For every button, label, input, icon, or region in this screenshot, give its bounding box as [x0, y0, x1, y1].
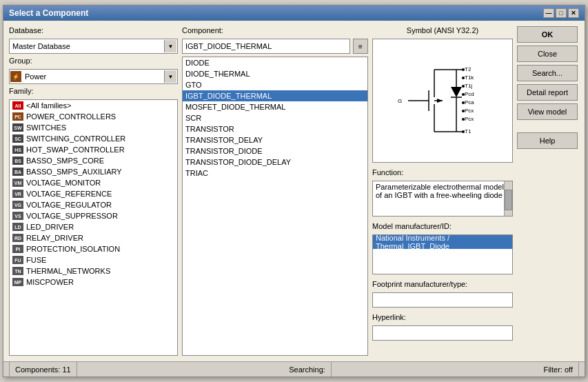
svg-text:T2: T2 — [465, 66, 472, 72]
close-button[interactable]: ✕ — [568, 8, 579, 18]
family-icon: TN — [12, 267, 23, 275]
family-item[interactable]: PIPROTECTION_ISOLATION — [10, 243, 177, 254]
family-item[interactable]: FUFUSE — [10, 254, 177, 265]
title-bar: Select a Component — □ ✕ — [3, 6, 585, 21]
component-item[interactable]: MOSFET_DIODE_THERMAL — [183, 101, 367, 112]
hyperlink-input[interactable] — [372, 325, 513, 341]
component-item-label: SCR — [185, 114, 201, 122]
family-item[interactable]: RDRELAY_DRIVER — [10, 232, 177, 243]
component-item[interactable]: DIODE — [183, 57, 367, 68]
family-item[interactable]: VSVOLTAGE_SUPPRESSOR — [10, 210, 177, 221]
component-list[interactable]: DIODEDIODE_THERMALGTOIGBT_DIODE_THERMALM… — [182, 57, 368, 356]
family-item-label: VOLTAGE_SUPPRESSOR — [26, 212, 118, 220]
buttons-spacer — [517, 123, 579, 130]
right-panel: Symbol (ANSI Y32.2) — [372, 26, 513, 356]
family-icon: SW — [12, 123, 23, 132]
family-item[interactable]: HSHOT_SWAP_CONTROLLER — [10, 144, 177, 155]
component-item-label: IGBT_DIODE_THERMAL — [185, 92, 272, 100]
family-icon: MP — [12, 278, 23, 286]
family-item[interactable]: VMVOLTAGE_MONITOR — [10, 177, 177, 188]
filter-button[interactable]: ≡ — [353, 39, 368, 54]
footprint-input[interactable] — [372, 292, 513, 308]
symbol-svg: T2 T1k T1j Pcd Pca Pcx Pcx T1 G — [394, 49, 491, 152]
family-label: Family: — [9, 87, 178, 95]
family-icon: VS — [12, 212, 23, 220]
family-icon: HS — [12, 145, 23, 154]
detail-report-button[interactable]: Detail report — [517, 84, 578, 101]
family-item-label: HOT_SWAP_CONTROLLER — [26, 145, 125, 154]
component-label: Component: — [182, 26, 368, 34]
family-item-label: VOLTAGE_REFERENCE — [26, 190, 112, 198]
family-icon: PC — [12, 112, 23, 121]
minimize-button[interactable]: — — [543, 8, 554, 18]
component-item[interactable]: TRANSISTOR_DIODE_DELAY — [183, 157, 367, 168]
component-item[interactable]: TRANSISTOR — [183, 123, 367, 134]
model-id-selected[interactable]: National Instruments / Thermal_IGBT_Diod… — [373, 235, 512, 249]
ok-button[interactable]: OK — [517, 26, 578, 43]
family-icon: FU — [12, 256, 23, 264]
family-item[interactable]: PCPOWER_CONTROLLERS — [10, 111, 177, 122]
svg-text:G: G — [398, 98, 402, 104]
family-icon: LD — [12, 223, 23, 231]
component-item[interactable]: TRANSISTOR_DELAY — [183, 134, 367, 145]
component-item[interactable]: SCR — [183, 112, 367, 123]
database-dropdown[interactable]: Master Database — [9, 39, 178, 54]
component-item-label: GTO — [185, 81, 202, 89]
family-item-label: THERMAL_NETWORKS — [26, 267, 110, 275]
model-id-box: National Instruments / Thermal_IGBT_Diod… — [372, 234, 513, 274]
family-item[interactable]: VRVOLTAGE_REFERENCE — [10, 188, 177, 199]
view-model-button[interactable]: View model — [517, 103, 578, 120]
svg-point-28 — [462, 110, 465, 112]
svg-point-24 — [462, 77, 465, 79]
family-item-label: BASSO_SMPS_CORE — [26, 157, 104, 165]
svg-text:T1: T1 — [465, 128, 472, 134]
family-item-label: MISCPOWER — [26, 278, 74, 286]
svg-text:Pca: Pca — [465, 99, 474, 105]
group-dropdown[interactable]: Power — [9, 69, 178, 84]
family-item[interactable]: SCSWITCHING_CONTROLLER — [10, 133, 177, 144]
family-list[interactable]: All<All families>PCPOWER_CONTROLLERSSWSW… — [9, 99, 178, 356]
family-item[interactable]: SWSWITCHES — [10, 122, 177, 133]
component-item[interactable]: DIODE_THERMAL — [183, 68, 367, 79]
title-bar-buttons: — □ ✕ — [543, 8, 579, 18]
family-icon: PI — [12, 245, 23, 253]
maximize-button[interactable]: □ — [556, 8, 567, 18]
symbol-title: Symbol (ANSI Y32.2) — [372, 26, 513, 34]
function-scrollbar-thumb[interactable] — [505, 190, 512, 210]
search-button[interactable]: Search... — [517, 65, 578, 81]
component-item-label: DIODE — [185, 59, 210, 67]
components-count: Components: 11 — [9, 362, 77, 376]
family-item-label: FUSE — [26, 256, 46, 264]
database-dropdown-wrap: Master Database ▼ — [9, 39, 178, 54]
family-item-label: RELAY_DRIVER — [26, 234, 83, 242]
family-icon: VM — [12, 179, 23, 187]
family-item[interactable]: BSBASSO_SMPS_CORE — [10, 155, 177, 166]
close-dialog-button[interactable]: Close — [517, 46, 578, 62]
family-item[interactable]: BABASSO_SMPS_AUXILIARY — [10, 166, 177, 177]
component-item-label: TRANSISTOR_DIODE_DELAY — [185, 158, 291, 166]
family-item-label: POWER_CONTROLLERS — [26, 112, 116, 121]
component-item[interactable]: IGBT_DIODE_THERMAL — [183, 90, 367, 101]
family-item[interactable]: LDLED_DRIVER — [10, 221, 177, 232]
family-item[interactable]: TNTHERMAL_NETWORKS — [10, 265, 177, 277]
component-input[interactable] — [182, 39, 350, 54]
symbol-area: T2 T1k T1j Pcd Pca Pcx Pcx T1 G — [372, 39, 513, 163]
family-item[interactable]: All<All families> — [10, 100, 177, 111]
middle-panel: Component: ≡ DIODEDIODE_THERMALGTOIGBT_D… — [182, 26, 368, 356]
svg-text:Pcd: Pcd — [465, 91, 474, 97]
family-item[interactable]: MPMISCPOWER — [10, 277, 177, 288]
family-icon: BS — [12, 157, 23, 165]
function-scrollbar[interactable] — [504, 181, 512, 216]
svg-text:Pcx: Pcx — [465, 108, 474, 114]
component-item[interactable]: TRANSISTOR_DIODE — [183, 145, 367, 157]
hyperlink-label: Hyperlink: — [372, 313, 513, 321]
component-item[interactable]: GTO — [183, 79, 367, 90]
family-icon: SC — [12, 134, 23, 143]
group-dropdown-wrap: Power ⚡ ▼ — [9, 69, 178, 84]
select-component-dialog: Select a Component — □ ✕ Database: Maste… — [3, 5, 585, 377]
component-item-label: TRIAC — [185, 169, 208, 177]
svg-point-27 — [462, 101, 465, 104]
family-item[interactable]: VGVOLTAGE_REGULATOR — [10, 199, 177, 210]
help-button[interactable]: Help — [517, 132, 578, 149]
component-item[interactable]: TRIAC — [183, 168, 367, 179]
